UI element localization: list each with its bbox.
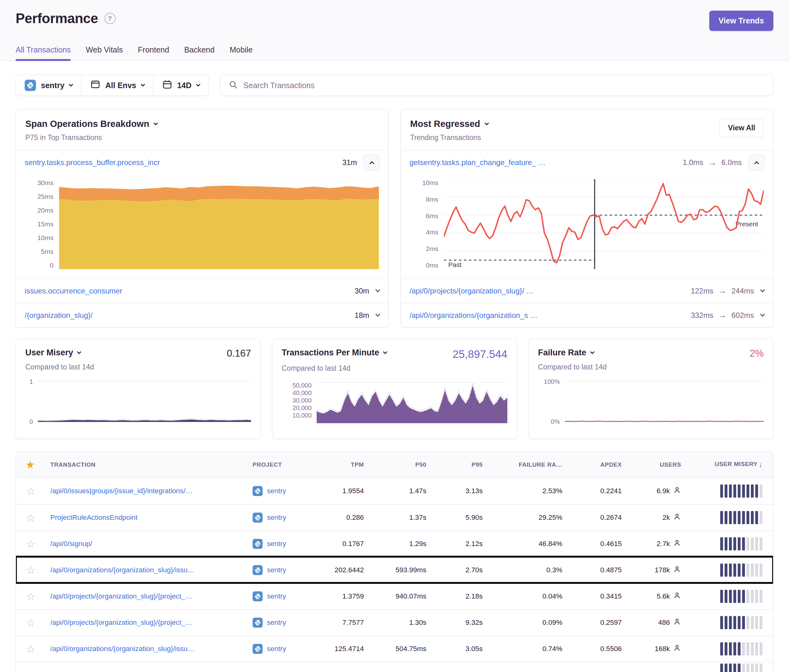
- users-cell: 2.7k: [626, 539, 685, 549]
- duration-before: 122ms: [691, 287, 713, 295]
- table-row[interactable]: ☆/api/0/projects/{organization_slug}/{pr…: [16, 583, 773, 609]
- most-regressed-title-dropdown[interactable]: Most Regressed: [410, 119, 488, 129]
- table-row[interactable]: [16, 662, 773, 672]
- tpm-cell: 0.1767: [317, 540, 368, 548]
- environment-filter[interactable]: All Envs: [81, 75, 153, 96]
- p95-cell: 3.05s: [431, 645, 487, 653]
- table-row[interactable]: ☆ProjectRuleActionsEndpointsentry0.2861.…: [16, 504, 773, 530]
- failure-rate-cell: 0.74%: [487, 645, 567, 653]
- transaction-accordion-row: /{organization_slug}/18m: [16, 303, 388, 327]
- table-row[interactable]: ☆/api/0/issues|groups/{issue_id}/integra…: [16, 478, 773, 504]
- transaction-link[interactable]: /api/0/organizations/{organization_slug}…: [50, 645, 248, 653]
- transaction-link[interactable]: /api/0/projects/{organization_slug}/{pro…: [50, 592, 248, 600]
- column-header-project[interactable]: PROJECT: [252, 461, 317, 468]
- transaction-link[interactable]: /{organization_slug}/: [25, 311, 93, 320]
- user-misery-cell: [685, 642, 773, 655]
- project-link[interactable]: sentry: [267, 592, 286, 600]
- column-header-p95[interactable]: P95: [431, 461, 487, 468]
- favorite-star-icon[interactable]: ☆: [26, 512, 35, 524]
- expand-chevron-icon[interactable]: [760, 287, 765, 292]
- transaction-link[interactable]: sentry.tasks.process_buffer.process_incr: [25, 158, 160, 167]
- expand-chevron-icon[interactable]: [375, 312, 380, 317]
- view-trends-button[interactable]: View Trends: [709, 11, 773, 31]
- column-header-apdex[interactable]: APDEX: [567, 461, 626, 468]
- chevron-down-icon: [141, 82, 145, 86]
- expand-chevron-icon[interactable]: [375, 287, 380, 292]
- transaction-accordion-row: sentry.tasks.process_buffer.process_incr…: [16, 150, 388, 175]
- column-header-tpm[interactable]: TPM: [317, 461, 368, 468]
- column-header-transaction[interactable]: TRANSACTION: [50, 461, 252, 468]
- user-misery-cell: [685, 590, 773, 603]
- user-misery-chart: 10: [25, 381, 251, 422]
- view-all-button[interactable]: View All: [720, 119, 764, 137]
- search-icon: [228, 80, 238, 91]
- help-icon[interactable]: ?: [104, 13, 116, 24]
- transaction-link[interactable]: /api/0/projects/{organization_slug}/{pro…: [50, 619, 248, 627]
- transaction-link[interactable]: /api/0/projects/{organization_slug}/ …: [409, 287, 534, 295]
- favorite-star-icon[interactable]: ☆: [26, 538, 35, 550]
- transaction-link[interactable]: getsentry.tasks.plan_change_feature_ …: [409, 158, 546, 167]
- table-row[interactable]: ☆/api/0/organizations/{organization_slug…: [16, 635, 773, 662]
- favorite-star-icon[interactable]: ☆: [26, 617, 35, 629]
- project-filter[interactable]: sentry: [16, 75, 81, 96]
- project-link[interactable]: sentry: [267, 514, 286, 522]
- tpm-value: 25,897.544: [453, 348, 507, 361]
- favorite-star-icon[interactable]: ☆: [26, 564, 35, 576]
- user-icon: [673, 565, 681, 575]
- date-range-filter[interactable]: 14D: [153, 75, 209, 96]
- transactions-table: ★TRANSACTIONPROJECTTPMP50P95FAILURE RA…A…: [16, 451, 773, 672]
- apdex-cell: 0.5506: [567, 645, 626, 653]
- span-operations-title-dropdown[interactable]: Span Operations Breakdown: [25, 119, 157, 129]
- failure-rate-chart: 100%0%: [538, 381, 764, 422]
- project-filter-label: sentry: [41, 81, 64, 90]
- tab-mobile[interactable]: Mobile: [230, 45, 252, 61]
- tab-frontend[interactable]: Frontend: [138, 45, 169, 61]
- favorite-star-icon[interactable]: ☆: [26, 485, 35, 497]
- chevron-down-icon: [77, 350, 81, 354]
- column-header-misery[interactable]: USER MISERY↓: [685, 461, 773, 469]
- transaction-link[interactable]: /api/0/signup/: [50, 540, 248, 548]
- tab-all-transactions[interactable]: All Transactions: [16, 45, 71, 61]
- collapse-button[interactable]: [364, 155, 380, 170]
- search-input[interactable]: [243, 81, 765, 90]
- favorite-star-icon[interactable]: ☆: [26, 643, 35, 655]
- column-header-failure_rate[interactable]: FAILURE RA…: [487, 461, 567, 468]
- project-cell: sentry: [252, 565, 317, 575]
- favorite-star-icon[interactable]: ☆: [26, 591, 35, 602]
- user-misery-title-dropdown[interactable]: User Misery: [25, 348, 81, 358]
- python-project-icon: [252, 591, 263, 601]
- transaction-link[interactable]: issues.occurrence_consumer: [25, 287, 122, 295]
- user-icon: [673, 512, 681, 523]
- project-link[interactable]: sentry: [267, 540, 286, 548]
- transaction-link[interactable]: /api/0/organizations/{organization_s …: [409, 311, 538, 320]
- most-regressed-subtitle: Trending Transactions: [410, 134, 488, 142]
- python-project-icon: [252, 539, 263, 549]
- column-header-p50[interactable]: P50: [368, 461, 431, 468]
- project-link[interactable]: sentry: [267, 487, 286, 495]
- collapse-button[interactable]: [749, 155, 764, 170]
- misery-bar-meter: [720, 537, 762, 551]
- tpm-chart: 50,00040,00030,00020,00010,000: [282, 382, 507, 423]
- tab-web-vitals[interactable]: Web Vitals: [86, 45, 123, 61]
- table-header: ★TRANSACTIONPROJECTTPMP50P95FAILURE RA…A…: [16, 452, 773, 478]
- project-link[interactable]: sentry: [267, 645, 286, 653]
- transaction-accordion-row: getsentry.tasks.plan_change_feature_ …1.…: [401, 150, 773, 175]
- user-icon: [673, 539, 681, 549]
- transaction-link[interactable]: ProjectRuleActionsEndpoint: [50, 514, 248, 522]
- table-row-highlighted[interactable]: ☆/api/0/organizations/{organization_slug…: [16, 557, 773, 583]
- user-misery-card: User Misery 0.167 Compared to last 14d 1…: [16, 339, 261, 439]
- tpm-title-dropdown[interactable]: Transactions Per Minute: [282, 348, 387, 358]
- tpm-cell: 7.7577: [317, 619, 368, 627]
- transaction-link[interactable]: /api/0/issues|groups/{issue_id}/integrat…: [50, 487, 248, 495]
- table-row[interactable]: ☆/api/0/signup/sentry0.17671.29s2.12s46.…: [16, 530, 773, 557]
- transaction-link[interactable]: /api/0/organizations/{organization_slug}…: [50, 566, 248, 574]
- user-misery-cell: [685, 563, 773, 577]
- project-link[interactable]: sentry: [267, 619, 286, 627]
- tab-backend[interactable]: Backend: [184, 45, 214, 61]
- failure-rate-title-dropdown[interactable]: Failure Rate: [538, 348, 594, 358]
- expand-chevron-icon[interactable]: [760, 312, 765, 317]
- project-link[interactable]: sentry: [267, 566, 286, 574]
- column-header-users[interactable]: USERS: [626, 461, 685, 468]
- misery-bar-meter: [720, 664, 762, 672]
- table-row[interactable]: ☆/api/0/projects/{organization_slug}/{pr…: [16, 609, 773, 635]
